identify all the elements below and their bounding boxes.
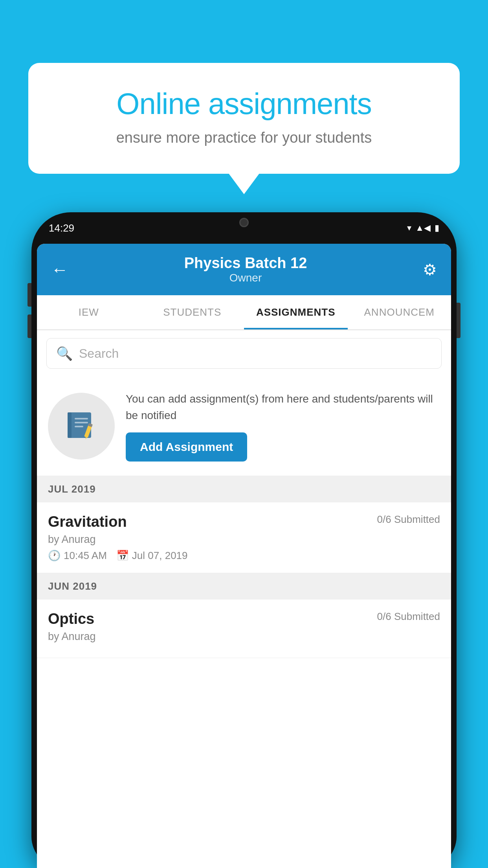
batch-title: Physics Batch 12 bbox=[184, 255, 307, 272]
tab-students[interactable]: STUDENTS bbox=[141, 295, 244, 329]
assignment-submitted-optics: 0/6 Submitted bbox=[377, 611, 440, 623]
assignment-header-row: Gravitation 0/6 Submitted bbox=[48, 513, 440, 530]
search-icon: 🔍 bbox=[56, 346, 73, 361]
assignment-time: 10:45 AM bbox=[64, 550, 107, 562]
speech-bubble-title: Online assignments bbox=[56, 86, 432, 121]
speech-bubble-card: Online assignments ensure more practice … bbox=[28, 63, 460, 174]
assignment-header-row-optics: Optics 0/6 Submitted bbox=[48, 611, 440, 627]
tab-iew[interactable]: IEW bbox=[37, 295, 141, 329]
assignment-item-optics[interactable]: Optics 0/6 Submitted by Anurag bbox=[37, 600, 451, 658]
svg-rect-1 bbox=[68, 412, 72, 438]
status-bar: 14:29 ▾ ▲◀ ▮ bbox=[31, 212, 457, 244]
search-container: 🔍 Search bbox=[37, 330, 451, 377]
promo-content: You can add assignment(s) from here and … bbox=[126, 391, 440, 462]
calendar-icon: 📅 bbox=[116, 550, 129, 562]
month-header-jun: JUN 2019 bbox=[37, 573, 451, 600]
tabs-bar: IEW STUDENTS ASSIGNMENTS ANNOUNCEM bbox=[37, 295, 451, 330]
signal-icon: ▲◀ bbox=[415, 223, 431, 233]
assignment-author: by Anurag bbox=[48, 533, 440, 546]
front-camera bbox=[239, 218, 249, 227]
assignment-title: Gravitation bbox=[48, 513, 127, 530]
wifi-icon: ▾ bbox=[407, 223, 411, 233]
promo-description: You can add assignment(s) from here and … bbox=[126, 391, 440, 424]
power-button[interactable] bbox=[457, 303, 460, 338]
clock-icon: 🕐 bbox=[48, 550, 61, 562]
notebook-icon bbox=[64, 408, 99, 444]
meta-date: 📅 Jul 07, 2019 bbox=[116, 550, 188, 562]
phone-screen: ← Physics Batch 12 Owner ⚙ IEW STUDENTS … bbox=[37, 244, 451, 868]
settings-icon[interactable]: ⚙ bbox=[423, 261, 437, 279]
status-icons: ▾ ▲◀ ▮ bbox=[407, 223, 439, 233]
back-button[interactable]: ← bbox=[51, 260, 68, 280]
battery-icon: ▮ bbox=[435, 223, 439, 233]
svg-rect-4 bbox=[75, 426, 83, 427]
svg-rect-3 bbox=[75, 422, 88, 423]
tab-announcements[interactable]: ANNOUNCEM bbox=[348, 295, 451, 329]
promo-icon-circle bbox=[48, 393, 115, 460]
svg-rect-2 bbox=[75, 418, 88, 419]
assignment-author-optics: by Anurag bbox=[48, 631, 440, 643]
month-header-jul: JUL 2019 bbox=[37, 476, 451, 502]
status-time: 14:29 bbox=[49, 222, 74, 234]
app-header: ← Physics Batch 12 Owner ⚙ bbox=[37, 244, 451, 295]
assignment-date: Jul 07, 2019 bbox=[132, 550, 188, 562]
batch-subtitle: Owner bbox=[184, 272, 307, 284]
add-assignment-button[interactable]: Add Assignment bbox=[126, 432, 247, 462]
volume-up-button[interactable] bbox=[28, 283, 31, 307]
assignment-item-gravitation[interactable]: Gravitation 0/6 Submitted by Anurag 🕐 10… bbox=[37, 502, 451, 573]
volume-down-button[interactable] bbox=[28, 314, 31, 338]
promo-section: You can add assignment(s) from here and … bbox=[37, 377, 451, 476]
assignment-meta: 🕐 10:45 AM 📅 Jul 07, 2019 bbox=[48, 550, 440, 562]
tab-assignments[interactable]: ASSIGNMENTS bbox=[244, 295, 348, 329]
phone-frame: 14:29 ▾ ▲◀ ▮ ← Physics Batch 12 Owner ⚙ … bbox=[31, 212, 457, 868]
search-bar[interactable]: 🔍 Search bbox=[46, 338, 442, 369]
assignment-submitted: 0/6 Submitted bbox=[377, 513, 440, 526]
search-placeholder: Search bbox=[79, 346, 119, 361]
phone-notch bbox=[220, 212, 268, 233]
speech-bubble-subtitle: ensure more practice for your students bbox=[56, 129, 432, 146]
assignment-title-optics: Optics bbox=[48, 611, 94, 627]
meta-time: 🕐 10:45 AM bbox=[48, 550, 107, 562]
header-center: Physics Batch 12 Owner bbox=[184, 255, 307, 284]
